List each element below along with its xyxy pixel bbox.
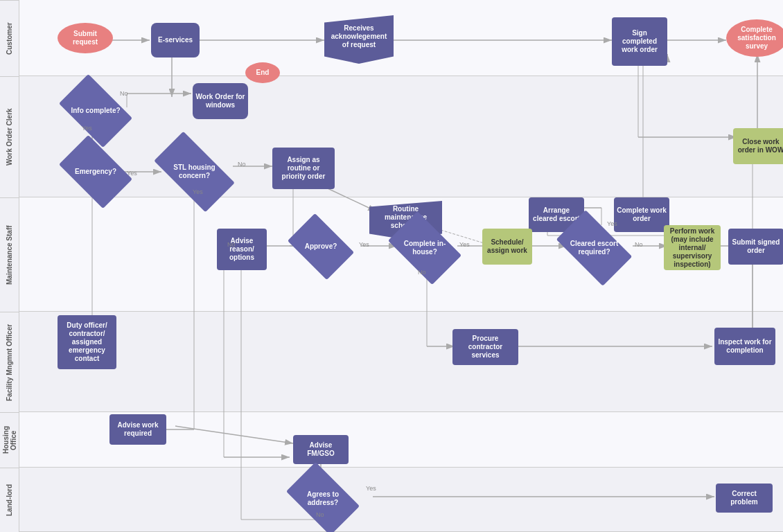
emergency: Emergency?	[64, 151, 127, 193]
label-yes-agrees: Yes	[366, 485, 376, 492]
lane-label-landlord: Land-lord	[0, 468, 19, 532]
label-yes-stl: Yes	[193, 188, 203, 195]
advise-work: Advise work required	[109, 414, 166, 445]
submit-signed: Submit signed order	[728, 229, 783, 265]
label-yes-escort: Yes	[607, 220, 617, 227]
e-services: E-services	[151, 23, 200, 57]
complete-inhouse: Complete in-house?	[394, 227, 456, 269]
sign-completed: Sign completed work order	[612, 17, 667, 66]
label-no-escort: No	[635, 241, 643, 248]
lane-bg-customer	[19, 0, 783, 76]
lanes-labels: Customer Work Order Clerk Maintenance St…	[0, 0, 19, 532]
assign-routine: Assign as routine or priority order	[272, 148, 335, 189]
submit-request: Submit request	[58, 23, 113, 53]
cleared-escort: Cleared escort required?	[561, 227, 627, 269]
label-no-approve: No	[227, 241, 236, 248]
info-complete: Info complete?	[64, 90, 127, 132]
lane-label-maintenance: Maintenance Staff	[0, 197, 19, 312]
diagram: Submit request E-services Receives ackno…	[19, 0, 783, 532]
label-no-stl: No	[238, 161, 246, 168]
lane-label-clerk: Work Order Clerk	[0, 76, 19, 197]
lane-label-housing: Housing Office	[0, 412, 19, 468]
schedule-work: Schedule/ assign work	[482, 229, 532, 265]
perform-work: Perform work (may include internal/ supe…	[664, 225, 721, 270]
procure-contractor: Procure contractor services	[452, 329, 518, 365]
approve: Approve?	[293, 227, 349, 266]
label-no-agrees: No	[316, 511, 324, 518]
stl-housing: STL housing concern?	[158, 151, 231, 193]
lane-bg-clerk	[19, 76, 783, 197]
end: End	[245, 62, 280, 83]
receives-ack: Receives acknowlegement of request	[324, 15, 394, 64]
label-yes-info: Yes	[82, 125, 92, 132]
close-work-wow: Close work order in WOW	[733, 128, 783, 164]
correct-problem: Correct problem	[716, 484, 773, 513]
advise-reason: Advise reason/ options	[217, 229, 267, 270]
inspect-work: Inspect work for completion	[714, 328, 775, 365]
complete-survey: Complete satisfaction survey	[726, 19, 783, 57]
duty-officer: Duty officer/ contractor/ assigned emerg…	[58, 315, 116, 369]
lane-bg-facility	[19, 312, 783, 412]
label-yes-emergency: Yes	[127, 170, 137, 177]
label-yes-inhouse: Yes	[459, 241, 470, 248]
lane-bg-landlord	[19, 468, 783, 532]
main-container: Customer Work Order Clerk Maintenance St…	[0, 0, 783, 532]
work-order-windows: Work Order for windows	[193, 83, 248, 119]
label-yes-approve: Yes	[359, 241, 369, 248]
label-no-inhouse: No	[418, 269, 426, 276]
lane-label-facility: Facility Mngmnt Officer	[0, 312, 19, 412]
lane-label-customer: Customer	[0, 0, 19, 76]
label-no-info: No	[120, 90, 128, 97]
advise-fmgso: Advise FM/GSO	[293, 435, 349, 464]
